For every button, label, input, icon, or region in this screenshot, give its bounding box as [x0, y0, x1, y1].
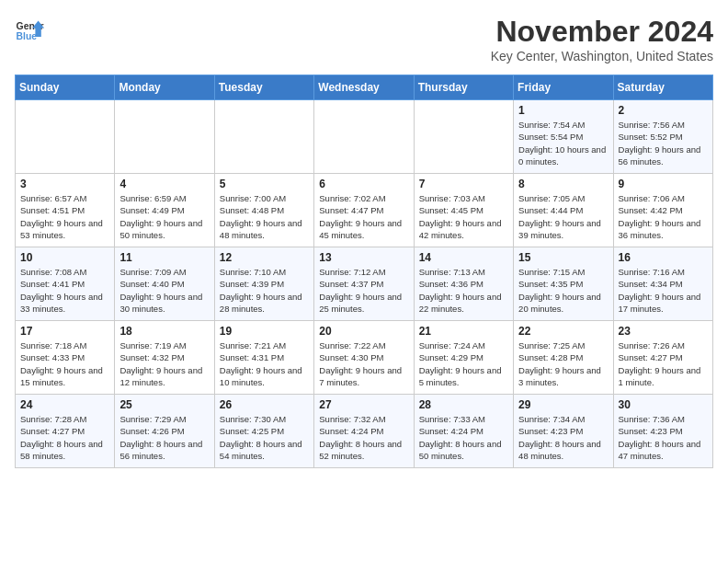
day-info: Sunrise: 7:36 AM Sunset: 4:23 PM Dayligh… — [619, 413, 708, 462]
day-number: 20 — [319, 325, 408, 338]
day-info: Sunrise: 7:22 AM Sunset: 4:30 PM Dayligh… — [319, 339, 408, 388]
header-friday: Friday — [514, 75, 613, 100]
day-info: Sunrise: 7:12 AM Sunset: 4:37 PM Dayligh… — [319, 266, 408, 315]
calendar-cell: 18Sunrise: 7:19 AM Sunset: 4:32 PM Dayli… — [115, 321, 214, 395]
calendar-cell: 25Sunrise: 7:29 AM Sunset: 4:26 PM Dayli… — [115, 395, 214, 468]
calendar-cell: 11Sunrise: 7:09 AM Sunset: 4:40 PM Dayli… — [115, 247, 214, 321]
calendar-header-row: SundayMondayTuesdayWednesdayThursdayFrid… — [16, 75, 713, 100]
day-info: Sunrise: 7:05 AM Sunset: 4:44 PM Dayligh… — [518, 192, 608, 241]
header-tuesday: Tuesday — [214, 75, 313, 100]
day-number: 19 — [220, 325, 309, 338]
calendar-cell: 14Sunrise: 7:13 AM Sunset: 4:36 PM Dayli… — [414, 247, 513, 321]
day-number: 8 — [518, 178, 608, 190]
calendar-cell: 3Sunrise: 6:57 AM Sunset: 4:51 PM Daylig… — [16, 174, 115, 247]
calendar-week-3: 10Sunrise: 7:08 AM Sunset: 4:41 PM Dayli… — [16, 247, 713, 321]
day-number: 28 — [419, 398, 508, 411]
day-info: Sunrise: 7:06 AM Sunset: 4:42 PM Dayligh… — [619, 192, 708, 241]
day-number: 15 — [518, 251, 608, 264]
day-number: 29 — [518, 398, 608, 411]
calendar-cell: 27Sunrise: 7:32 AM Sunset: 4:24 PM Dayli… — [314, 395, 414, 468]
day-info: Sunrise: 7:16 AM Sunset: 4:34 PM Dayligh… — [619, 266, 708, 315]
header-wednesday: Wednesday — [314, 75, 414, 100]
day-number: 13 — [319, 251, 408, 264]
calendar-cell: 22Sunrise: 7:25 AM Sunset: 4:28 PM Dayli… — [514, 321, 613, 395]
calendar-cell: 23Sunrise: 7:26 AM Sunset: 4:27 PM Dayli… — [613, 321, 712, 395]
calendar-week-5: 24Sunrise: 7:28 AM Sunset: 4:27 PM Dayli… — [16, 395, 713, 468]
calendar-cell — [115, 100, 214, 174]
calendar-week-1: 1Sunrise: 7:54 AM Sunset: 5:54 PM Daylig… — [16, 100, 713, 174]
day-info: Sunrise: 7:18 AM Sunset: 4:33 PM Dayligh… — [20, 339, 109, 388]
day-info: Sunrise: 7:33 AM Sunset: 4:24 PM Dayligh… — [419, 413, 508, 462]
logo-icon: General Blue — [15, 15, 44, 44]
day-number: 16 — [619, 251, 708, 264]
day-info: Sunrise: 7:09 AM Sunset: 4:40 PM Dayligh… — [119, 266, 209, 315]
day-number: 26 — [220, 398, 309, 411]
day-number: 25 — [119, 398, 209, 411]
day-info: Sunrise: 7:54 AM Sunset: 5:54 PM Dayligh… — [518, 119, 608, 167]
day-info: Sunrise: 7:34 AM Sunset: 4:23 PM Dayligh… — [518, 413, 608, 462]
calendar-cell: 4Sunrise: 6:59 AM Sunset: 4:49 PM Daylig… — [115, 174, 214, 247]
calendar-cell: 29Sunrise: 7:34 AM Sunset: 4:23 PM Dayli… — [514, 395, 613, 468]
day-number: 23 — [619, 325, 708, 338]
page-header: General Blue November 2024 Key Center, W… — [15, 15, 713, 63]
calendar-cell: 30Sunrise: 7:36 AM Sunset: 4:23 PM Dayli… — [613, 395, 712, 468]
day-info: Sunrise: 7:56 AM Sunset: 5:52 PM Dayligh… — [619, 119, 708, 167]
calendar-cell — [16, 100, 115, 174]
calendar-cell: 9Sunrise: 7:06 AM Sunset: 4:42 PM Daylig… — [613, 174, 712, 247]
day-number: 2 — [619, 104, 708, 117]
day-number: 1 — [518, 104, 608, 117]
day-number: 24 — [20, 398, 109, 411]
calendar-cell: 5Sunrise: 7:00 AM Sunset: 4:48 PM Daylig… — [214, 174, 313, 247]
title-section: November 2024 Key Center, Washington, Un… — [491, 15, 713, 63]
calendar-table: SundayMondayTuesdayWednesdayThursdayFrid… — [15, 75, 713, 468]
calendar-cell: 8Sunrise: 7:05 AM Sunset: 4:44 PM Daylig… — [514, 174, 613, 247]
logo: General Blue — [15, 15, 44, 44]
calendar-week-4: 17Sunrise: 7:18 AM Sunset: 4:33 PM Dayli… — [16, 321, 713, 395]
day-number: 21 — [419, 325, 508, 338]
day-info: Sunrise: 7:26 AM Sunset: 4:27 PM Dayligh… — [619, 339, 708, 388]
header-thursday: Thursday — [414, 75, 513, 100]
day-number: 12 — [220, 251, 309, 264]
calendar-cell — [214, 100, 313, 174]
day-info: Sunrise: 7:30 AM Sunset: 4:25 PM Dayligh… — [220, 413, 309, 462]
day-number: 14 — [419, 251, 508, 264]
calendar-cell: 10Sunrise: 7:08 AM Sunset: 4:41 PM Dayli… — [16, 247, 115, 321]
day-number: 27 — [319, 398, 408, 411]
day-number: 10 — [20, 251, 109, 264]
calendar-cell: 20Sunrise: 7:22 AM Sunset: 4:30 PM Dayli… — [314, 321, 414, 395]
day-number: 30 — [619, 398, 708, 411]
day-info: Sunrise: 7:21 AM Sunset: 4:31 PM Dayligh… — [220, 339, 309, 388]
day-number: 22 — [518, 325, 608, 338]
calendar-cell: 21Sunrise: 7:24 AM Sunset: 4:29 PM Dayli… — [414, 321, 513, 395]
calendar-cell: 13Sunrise: 7:12 AM Sunset: 4:37 PM Dayli… — [314, 247, 414, 321]
calendar-cell: 12Sunrise: 7:10 AM Sunset: 4:39 PM Dayli… — [214, 247, 313, 321]
calendar-cell: 26Sunrise: 7:30 AM Sunset: 4:25 PM Dayli… — [214, 395, 313, 468]
calendar-week-2: 3Sunrise: 6:57 AM Sunset: 4:51 PM Daylig… — [16, 174, 713, 247]
day-info: Sunrise: 7:00 AM Sunset: 4:48 PM Dayligh… — [220, 192, 309, 241]
calendar-cell: 28Sunrise: 7:33 AM Sunset: 4:24 PM Dayli… — [414, 395, 513, 468]
calendar-cell — [314, 100, 414, 174]
day-number: 3 — [20, 178, 109, 190]
calendar-cell: 7Sunrise: 7:03 AM Sunset: 4:45 PM Daylig… — [414, 174, 513, 247]
day-info: Sunrise: 7:19 AM Sunset: 4:32 PM Dayligh… — [119, 339, 209, 388]
day-info: Sunrise: 7:02 AM Sunset: 4:47 PM Dayligh… — [319, 192, 408, 241]
day-number: 4 — [119, 178, 209, 190]
day-number: 17 — [20, 325, 109, 338]
day-info: Sunrise: 6:59 AM Sunset: 4:49 PM Dayligh… — [119, 192, 209, 241]
svg-text:Blue: Blue — [17, 31, 38, 41]
calendar-cell: 19Sunrise: 7:21 AM Sunset: 4:31 PM Dayli… — [214, 321, 313, 395]
calendar-cell: 2Sunrise: 7:56 AM Sunset: 5:52 PM Daylig… — [613, 100, 712, 174]
calendar-cell: 15Sunrise: 7:15 AM Sunset: 4:35 PM Dayli… — [514, 247, 613, 321]
day-info: Sunrise: 7:08 AM Sunset: 4:41 PM Dayligh… — [20, 266, 109, 315]
day-info: Sunrise: 7:24 AM Sunset: 4:29 PM Dayligh… — [419, 339, 508, 388]
day-number: 6 — [319, 178, 408, 190]
day-number: 11 — [119, 251, 209, 264]
calendar-cell: 16Sunrise: 7:16 AM Sunset: 4:34 PM Dayli… — [613, 247, 712, 321]
day-info: Sunrise: 7:32 AM Sunset: 4:24 PM Dayligh… — [319, 413, 408, 462]
calendar-cell — [414, 100, 513, 174]
header-monday: Monday — [115, 75, 214, 100]
day-number: 7 — [419, 178, 508, 190]
day-info: Sunrise: 6:57 AM Sunset: 4:51 PM Dayligh… — [20, 192, 109, 241]
day-info: Sunrise: 7:25 AM Sunset: 4:28 PM Dayligh… — [518, 339, 608, 388]
day-number: 9 — [619, 178, 708, 190]
